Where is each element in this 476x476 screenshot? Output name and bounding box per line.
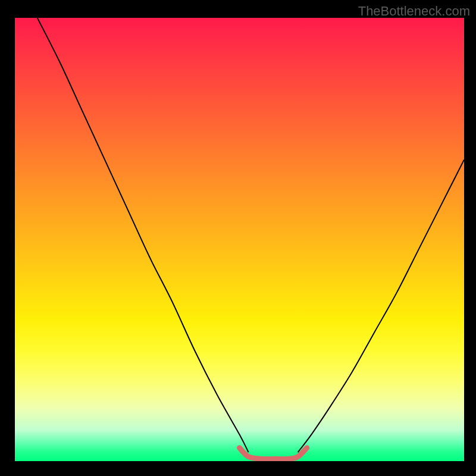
right-curve-path [298, 159, 464, 452]
curve-group [37, 18, 464, 459]
chart-plot-area [15, 18, 464, 461]
valley-flat-path [240, 448, 307, 459]
chart-curves-svg [15, 18, 464, 461]
watermark-text: TheBottleneck.com [358, 4, 470, 19]
left-curve-path [37, 18, 249, 452]
